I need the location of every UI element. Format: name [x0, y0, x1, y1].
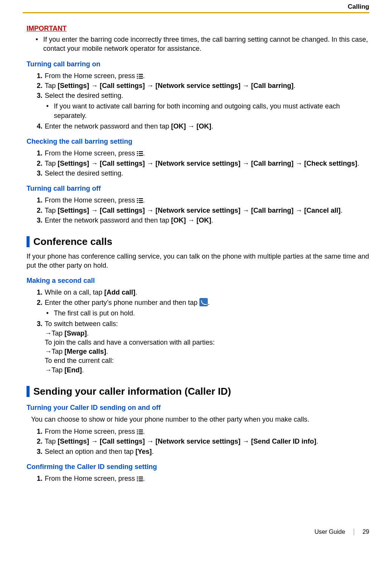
text: To join the calls and have a conversatio…	[45, 338, 369, 347]
menu-item: [Send Caller ID info]	[251, 438, 316, 445]
step: Select the desired setting. If you want …	[45, 91, 369, 120]
menu-item: [Network service settings]	[155, 207, 240, 214]
menu-item: [OK]	[171, 122, 186, 130]
arrow: →	[293, 207, 304, 214]
text: →Tap	[45, 348, 64, 355]
text: While on a call, tap	[45, 289, 104, 296]
text: .	[106, 348, 108, 355]
menu-item: [Call settings]	[100, 207, 145, 214]
arrow: →	[89, 82, 100, 89]
text: .	[82, 366, 84, 374]
step: From the Home screen, press .	[45, 427, 369, 436]
step: From the Home screen, press .	[45, 474, 369, 483]
cid-intro: You can choose to show or hide your phon…	[31, 415, 369, 424]
menu-list-icon	[137, 151, 143, 156]
footer-page-number: 29	[362, 529, 369, 535]
text: Select the desired setting.	[45, 92, 123, 99]
step: Enter the network password and then tap …	[45, 216, 369, 225]
text: .	[143, 196, 145, 204]
svg-rect-7	[139, 151, 143, 152]
text: From the Home screen, press	[45, 149, 137, 157]
svg-rect-24	[137, 477, 138, 477]
footer-divider	[354, 529, 354, 535]
svg-rect-26	[137, 478, 138, 479]
menu-item: [Call barring]	[251, 160, 293, 167]
svg-rect-10	[137, 155, 138, 156]
svg-rect-29	[139, 480, 143, 481]
step: While on a call, tap [Add call].	[45, 288, 369, 297]
arrow: →	[240, 82, 251, 89]
sub-bullet: If you want to activate call barring for…	[54, 102, 369, 120]
arrow: →	[240, 438, 251, 445]
section-title-conference: Conference calls	[27, 236, 369, 247]
page-header-section: Calling	[23, 0, 369, 12]
svg-rect-15	[139, 200, 143, 201]
menu-item: [OK]	[196, 122, 211, 130]
menu-item: [Check settings]	[304, 160, 357, 167]
text: Enter the network password and then tap	[45, 216, 171, 224]
text: Enter the other party’s phone number and…	[45, 299, 199, 306]
text: .	[208, 299, 210, 306]
menu-item: [Call barring]	[251, 207, 293, 214]
menu-list-icon	[137, 429, 143, 435]
menu-list-icon	[137, 74, 143, 79]
menu-item: [Network service settings]	[155, 438, 240, 445]
text: Select an option and then tap	[45, 448, 135, 455]
subhead-callerid-confirm: Confirming the Caller ID sending setting	[27, 463, 369, 471]
menu-list-icon	[137, 476, 143, 482]
step: Enter the other party’s phone number and…	[45, 298, 369, 318]
step: To switch between calls: →Tap [Swap]. To…	[45, 319, 369, 375]
text: .	[152, 448, 154, 455]
svg-rect-11	[139, 155, 143, 156]
subhead-callerid-onoff: Turning your Caller ID sending on and of…	[27, 404, 369, 412]
text: From the Home screen, press	[45, 72, 137, 80]
conf-intro: If your phone has conference calling ser…	[27, 252, 369, 270]
step: Enter the network password and then tap …	[45, 122, 369, 131]
text: Enter the network password and then tap	[45, 122, 171, 130]
arrow: →	[89, 438, 100, 445]
subhead-barring-off: Turning call barring off	[27, 185, 369, 193]
svg-rect-2	[137, 76, 138, 77]
svg-rect-14	[137, 200, 138, 201]
menu-item: [Call settings]	[100, 160, 145, 167]
text: .	[340, 207, 342, 214]
svg-rect-28	[137, 480, 138, 481]
text: Tap	[45, 438, 58, 445]
subhead-barring-on: Turning call barring on	[27, 60, 369, 68]
menu-item: [Add call]	[104, 289, 135, 296]
svg-rect-3	[139, 76, 143, 77]
menu-item: [Call barring]	[251, 82, 293, 89]
menu-list-icon	[137, 198, 143, 203]
text: .	[143, 428, 145, 435]
menu-item: [Network service settings]	[155, 160, 240, 167]
menu-item: [Settings]	[58, 160, 89, 167]
step: Select the desired setting.	[45, 169, 369, 178]
arrow: →	[145, 438, 155, 445]
arrow: →	[145, 160, 155, 167]
svg-rect-20	[137, 431, 138, 432]
arrow: →	[89, 160, 100, 167]
svg-rect-17	[139, 202, 143, 203]
step: Tap [Settings] → [Call settings] → [Netw…	[45, 437, 369, 446]
text: From the Home screen, press	[45, 428, 137, 435]
text: Tap	[45, 207, 58, 214]
svg-rect-18	[137, 430, 138, 430]
arrow: →	[240, 207, 251, 214]
text: .	[135, 289, 137, 296]
text: .	[87, 329, 89, 337]
text: From the Home screen, press	[45, 196, 137, 204]
footer-guide: User Guide	[314, 529, 345, 535]
text: .	[316, 438, 318, 445]
menu-item: [Settings]	[58, 207, 89, 214]
arrow: →	[240, 160, 251, 167]
text: To end the current call:	[45, 356, 369, 365]
step: Tap [Settings] → [Call settings] → [Netw…	[45, 206, 369, 215]
section-title-callerid: Sending your caller information (Caller …	[27, 386, 369, 397]
svg-rect-16	[137, 202, 138, 203]
svg-rect-9	[139, 153, 143, 154]
svg-rect-21	[139, 431, 143, 432]
text: .	[293, 82, 295, 89]
arrow: →	[186, 216, 196, 224]
menu-item: [Settings]	[58, 82, 89, 89]
svg-rect-27	[139, 478, 143, 479]
